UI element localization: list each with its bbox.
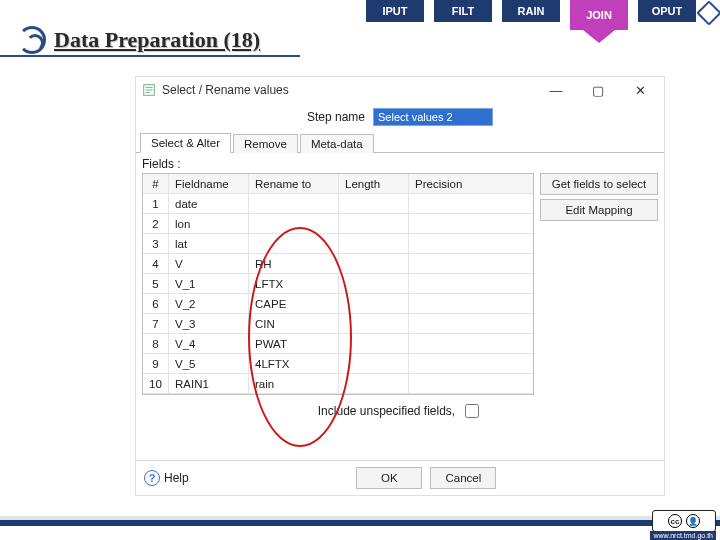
edit-mapping-button[interactable]: Edit Mapping — [540, 199, 658, 221]
by-icon: 👤 — [686, 514, 700, 528]
slide-title-area: Data Preparation (18) — [18, 26, 260, 54]
table-row[interactable]: 4VRH — [143, 254, 533, 274]
table-row[interactable]: 5V_1LFTX — [143, 274, 533, 294]
help-label: Help — [164, 471, 189, 485]
tab-meta-data[interactable]: Meta-data — [300, 134, 374, 153]
include-unspecified-row: Include unspecified fields, — [136, 395, 664, 423]
table-row[interactable]: 8V_4PWAT — [143, 334, 533, 354]
step-name-label: Step name — [307, 110, 365, 124]
table-row[interactable]: 3lat — [143, 234, 533, 254]
include-unspecified-checkbox[interactable] — [465, 404, 479, 418]
side-buttons: Get fields to select Edit Mapping — [540, 173, 658, 395]
col-index: # — [143, 174, 169, 193]
col-length: Length — [339, 174, 409, 193]
tab-select-alter[interactable]: Select & Alter — [140, 133, 231, 153]
table-row[interactable]: 10RAIN1rain — [143, 374, 533, 394]
table-row[interactable]: 1date — [143, 194, 533, 214]
table-row[interactable]: 9V_54LFTX — [143, 354, 533, 374]
footer-url: www.nrct.tmd.go.th — [650, 531, 716, 540]
include-unspecified-label: Include unspecified fields, — [318, 404, 455, 418]
dialog-icon — [142, 83, 156, 97]
select-rename-dialog: Select / Rename values — ▢ ✕ Step name S… — [135, 76, 665, 496]
cc-icon: cc — [668, 514, 682, 528]
table-row[interactable]: 2lon — [143, 214, 533, 234]
help-icon: ? — [144, 470, 160, 486]
get-fields-button[interactable]: Get fields to select — [540, 173, 658, 195]
page-title: Data Preparation (18) — [54, 27, 260, 53]
maximize-button[interactable]: ▢ — [586, 80, 610, 100]
dialog-inner-tabs: Select & Alter Remove Meta-data — [136, 131, 664, 153]
table-row[interactable]: 7V_3CIN — [143, 314, 533, 334]
step-name-row: Step name — [136, 103, 664, 131]
col-precision: Precision — [409, 174, 489, 193]
tab-join[interactable]: JOIN — [570, 0, 628, 30]
col-fieldname: Fieldname — [169, 174, 249, 193]
title-underline — [0, 55, 300, 57]
tab-remove[interactable]: Remove — [233, 134, 298, 153]
minimize-button[interactable]: — — [544, 80, 568, 100]
swirl-icon — [18, 26, 46, 54]
close-button[interactable]: ✕ — [628, 80, 652, 100]
grid-header: # Fieldname Rename to Length Precision — [143, 174, 533, 194]
ok-button[interactable]: OK — [356, 467, 422, 489]
grid-area: # Fieldname Rename to Length Precision 1… — [136, 173, 664, 395]
footer-stripe — [0, 516, 720, 540]
tab-oput[interactable]: OPUT — [638, 0, 696, 22]
step-name-input[interactable] — [373, 108, 493, 126]
cc-license-badge: cc 👤 — [652, 510, 716, 532]
tab-rain[interactable]: RAIN — [502, 0, 560, 22]
window-controls: — ▢ ✕ — [544, 80, 658, 100]
dialog-titlebar: Select / Rename values — ▢ ✕ — [136, 77, 664, 103]
dialog-bottom-bar: ? Help OK Cancel — [136, 460, 664, 495]
tab-iput[interactable]: IPUT — [366, 0, 424, 22]
dialog-title: Select / Rename values — [162, 83, 289, 97]
fields-grid[interactable]: # Fieldname Rename to Length Precision 1… — [142, 173, 534, 395]
fields-label: Fields : — [136, 153, 664, 173]
col-rename: Rename to — [249, 174, 339, 193]
help-button[interactable]: ? Help — [144, 470, 189, 486]
tab-filt[interactable]: FILT — [434, 0, 492, 22]
cancel-button[interactable]: Cancel — [430, 467, 496, 489]
table-row[interactable]: 6V_2CAPE — [143, 294, 533, 314]
